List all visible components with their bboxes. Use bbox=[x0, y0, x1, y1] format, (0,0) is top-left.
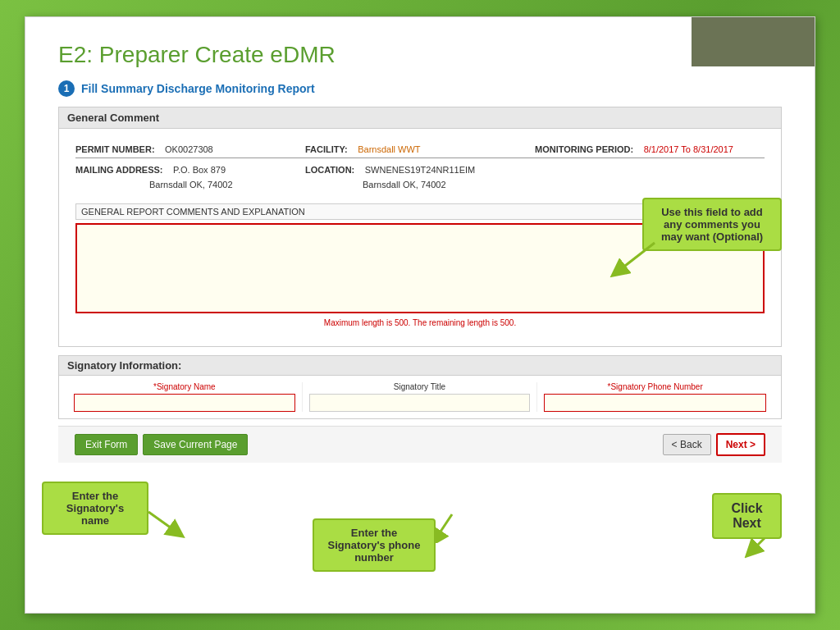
step-badge: 1 bbox=[58, 80, 75, 97]
sig-title-input[interactable] bbox=[309, 394, 531, 412]
callout-signatory: Enter the Signatory's name bbox=[42, 482, 148, 535]
monitoring-label: MONITORING PERIOD: bbox=[535, 143, 633, 156]
empty-sub bbox=[535, 176, 765, 191]
footer-left: Exit Form Save Current Page bbox=[75, 434, 248, 455]
sig-title-field: Signatory Title bbox=[303, 382, 538, 412]
mailing-value2: Barnsdall OK, 74002 bbox=[75, 178, 236, 191]
step-title: Fill Summary Discharge Monitoring Report bbox=[81, 82, 315, 95]
save-current-page-button[interactable]: Save Current Page bbox=[143, 434, 248, 455]
sig-phone-field: *Signatory Phone Number bbox=[537, 382, 773, 412]
sig-name-field: *Signatory Name bbox=[67, 382, 303, 412]
signatory-header: Signatory Information: bbox=[59, 356, 781, 376]
top-right-decoration bbox=[692, 17, 815, 66]
facility-cell: FACILITY: Barnsdall WWT bbox=[305, 141, 535, 156]
location-sub: Barnsdall OK, 74002 bbox=[305, 176, 535, 191]
char-limit: Maximum length is 500. The remaining len… bbox=[75, 318, 765, 327]
sig-title-label: Signatory Title bbox=[309, 382, 531, 391]
mailing-label: MAILING ADDRESS: bbox=[75, 163, 163, 176]
footer-right: < Back Next > bbox=[663, 433, 765, 456]
footer-bar: Exit Form Save Current Page < Back Next … bbox=[58, 426, 782, 463]
facility-label: FACILITY: bbox=[305, 143, 348, 156]
permit-cell: PERMIT NUMBER: OK0027308 bbox=[75, 141, 305, 156]
monitoring-value: 8/1/2017 To 8/31/2017 bbox=[641, 143, 737, 156]
mailing-value: P.O. Box 879 bbox=[170, 163, 229, 176]
permit-label: PERMIT NUMBER: bbox=[75, 143, 155, 156]
signatory-section: Signatory Information: *Signatory Name S… bbox=[58, 355, 782, 419]
permit-value: OK0027308 bbox=[162, 143, 217, 156]
location-cell: LOCATION: SWNENES19T24NR11EIM bbox=[305, 158, 535, 176]
general-comment-header: General Comment bbox=[59, 107, 781, 129]
sig-phone-label: *Signatory Phone Number bbox=[544, 382, 766, 391]
slide-container: E2: Preparer Create eDMR 1 Fill Summary … bbox=[25, 16, 815, 614]
exit-form-button[interactable]: Exit Form bbox=[75, 434, 138, 455]
sig-name-label: *Signatory Name bbox=[74, 382, 295, 391]
monitoring-cell: MONITORING PERIOD: 8/1/2017 To 8/31/2017 bbox=[535, 141, 765, 156]
monitoring-spacer bbox=[535, 158, 765, 176]
sig-name-input[interactable] bbox=[74, 394, 295, 412]
next-button[interactable]: Next > bbox=[716, 433, 765, 456]
slide-content: E2: Preparer Create eDMR 1 Fill Summary … bbox=[25, 25, 815, 479]
callout-next: Click Next bbox=[712, 493, 782, 539]
facility-value: Barnsdall WWT bbox=[354, 143, 423, 156]
location-label: LOCATION: bbox=[305, 163, 354, 176]
location-value: SWNENES19T24NR11EIM bbox=[362, 163, 479, 176]
mailing-cell: MAILING ADDRESS: P.O. Box 879 bbox=[75, 158, 305, 176]
back-button[interactable]: < Back bbox=[663, 434, 711, 455]
arrow-signatory-svg bbox=[144, 508, 185, 541]
callout-phone: Enter the Signatory's phone number bbox=[313, 518, 436, 572]
callout-comments: Use this field to add any comments you m… bbox=[642, 198, 782, 251]
page-title: E2: Preparer Create eDMR bbox=[58, 42, 782, 68]
step-header: 1 Fill Summary Discharge Monitoring Repo… bbox=[58, 80, 782, 97]
location-value2: Barnsdall OK, 74002 bbox=[305, 178, 450, 191]
info-grid: PERMIT NUMBER: OK0027308 FACILITY: Barns… bbox=[75, 141, 765, 191]
sig-phone-input[interactable] bbox=[544, 394, 766, 412]
signatory-fields: *Signatory Name Signatory Title *Signato… bbox=[59, 376, 781, 418]
mailing-sub: Barnsdall OK, 74002 bbox=[75, 176, 305, 191]
